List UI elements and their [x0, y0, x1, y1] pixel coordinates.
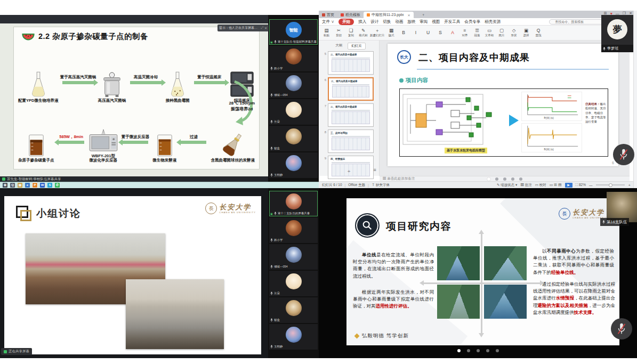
toolbar-button[interactable]: ✎格式刷: [358, 27, 369, 39]
participant-tile[interactable]: ▣ 郁金: [269, 126, 318, 151]
scrollbar[interactable]: [633, 11, 637, 188]
menu-item[interactable]: 动画: [395, 19, 403, 25]
taskbar-app-icon[interactable]: P: [33, 183, 37, 188]
participant-tile[interactable]: ▣ 玉熙静: [269, 152, 318, 178]
taskbar-app-icon[interactable]: e: [25, 183, 30, 188]
current-slide[interactable]: 长大 二、项目内容及中期成果 项目内容: [388, 44, 618, 166]
slideshow-button[interactable]: ▶: [565, 183, 573, 188]
participant-tile[interactable]: ▣ 第十二支队伍的屏幕共享: [269, 191, 318, 216]
pagination-dot[interactable]: [457, 349, 461, 352]
indicator-dot[interactable]: [487, 177, 490, 181]
toast-expand-icon[interactable]: ⤢: [261, 26, 263, 30]
slide-number: 8: [322, 130, 326, 134]
menu-item[interactable]: 设计: [370, 19, 378, 25]
participant-tile[interactable]: ▣ 倾城—054: [269, 72, 318, 98]
toolbar-button[interactable]: ▣选择: [521, 27, 532, 39]
menu-item[interactable]: 会员专享: [464, 19, 480, 25]
participant-tile[interactable]: ▣ 兰朵: [269, 99, 318, 125]
taskbar-app-icon[interactable]: Q: [10, 183, 15, 188]
document-tab[interactable]: ＋: [414, 12, 429, 18]
taskbar-app-icon[interactable]: W: [40, 183, 45, 188]
slide-thumbnail[interactable]: 二、项目内容及中期成果: [328, 103, 374, 127]
taskbar-app-icon[interactable]: ⊞: [3, 183, 7, 188]
document-tab[interactable]: 稻壳模板: [337, 12, 364, 18]
participant-tile[interactable]: ▣ 玉熙静: [269, 324, 318, 350]
zoom-out-button[interactable]: —: [589, 183, 593, 187]
toolbar-button[interactable]: ◇形状: [509, 27, 520, 39]
pagination-dot[interactable]: [477, 349, 480, 352]
toolbar-button[interactable]: Q查找: [533, 27, 544, 39]
panel-tab[interactable]: 大纲: [332, 43, 345, 50]
toast-close-icon[interactable]: ✕: [264, 26, 267, 30]
panel-tab[interactable]: 幻灯片: [348, 43, 366, 50]
proofing-toggle[interactable]: ▭ 校对: [535, 183, 546, 188]
menu-item[interactable]: 审阅: [420, 19, 428, 25]
toolbar-button[interactable]: ▤粘贴: [321, 27, 332, 39]
participant-tile[interactable]: 智能 ▣ 第十支队伍-智能材料屏幕共享: [269, 19, 318, 45]
slide-thumbnail[interactable]: 四、经费情况: [328, 156, 374, 179]
taskbar-app-icon[interactable]: ▤: [18, 183, 22, 188]
muted-mic-button[interactable]: [611, 318, 632, 339]
indicator-dot[interactable]: [511, 177, 514, 181]
toolbar-button[interactable]: ❏复制: [345, 27, 357, 39]
arrow-2: 高温灭菌冷却: [127, 75, 164, 84]
menu-item[interactable]: 视图: [432, 19, 440, 25]
participant-tile[interactable]: ▣ 政小宇: [269, 46, 318, 71]
menu-item[interactable]: 开始: [338, 19, 354, 25]
menu-item[interactable]: 稻壳资源: [485, 19, 501, 25]
zoom-in-button[interactable]: ＋: [628, 183, 632, 188]
slide-thumbnail[interactable]: 二、项目内容及中期成果: [328, 51, 374, 75]
toolbar-button[interactable]: ☰段落: [472, 27, 483, 39]
panel-menu-icon[interactable]: ≣: [373, 168, 376, 172]
taskbar-app-icon[interactable]: ✆: [55, 183, 60, 188]
zoom-slider[interactable]: [596, 184, 625, 185]
toolbar-button[interactable]: ▭文本框: [484, 27, 495, 39]
taskbar-app-icon[interactable]: S: [47, 183, 52, 188]
muted-mic-button[interactable]: [613, 144, 634, 165]
toolbar-button[interactable]: S: [435, 27, 446, 39]
slide-thumbnail[interactable]: 二、项目内容及中期成果: [328, 77, 374, 101]
participant-tile[interactable]: ▣ 兰朵: [269, 271, 318, 296]
share-status-tag[interactable]: 正在共享屏幕: [1, 348, 32, 355]
screen-share-icon: [2, 177, 5, 181]
toolbar-button[interactable]: ✂剪切: [333, 27, 344, 39]
document-tab[interactable]: 首页: [319, 12, 337, 18]
toolbar-button[interactable]: U: [423, 27, 434, 39]
menu-item[interactable]: 开发工具: [444, 19, 460, 25]
search-input[interactable]: [549, 19, 609, 25]
pagination-dot[interactable]: [496, 349, 499, 352]
missing-font-label[interactable]: Ｔ 缺失字体: [372, 183, 390, 188]
view-mode-icons[interactable]: ▭ ⊞ ▤: [550, 183, 562, 187]
toolbar-button[interactable]: ＋新建幻灯片: [370, 27, 385, 39]
zoom-percent[interactable]: ⛶ 82%: [576, 183, 586, 187]
magnifier-icon: [355, 213, 380, 238]
participant-tile[interactable]: ▣ 政小宇: [269, 217, 318, 243]
participant-tile[interactable]: ▣ 郁金: [269, 297, 318, 323]
theme-label[interactable]: Office 主题: [348, 183, 365, 188]
indicator-dot[interactable]: [495, 177, 498, 181]
toolbar-button[interactable]: A: [447, 27, 458, 39]
comments-toggle[interactable]: ☰ 批注: [520, 183, 531, 188]
meeting-toast[interactable]: 提示：他人正在共享屏幕… ⤢ ✕: [217, 25, 269, 31]
slide-thumbnail[interactable]: 三、总结与规划: [328, 130, 374, 153]
zoom-state[interactable]: ✎ 缩放状态 ▾: [497, 183, 517, 188]
menu-item[interactable]: 切换: [383, 19, 391, 25]
menu-item[interactable]: 放映: [407, 19, 415, 25]
menu-item[interactable]: 文件 ∨: [322, 19, 334, 25]
document-tab[interactable]: 中期答辩11-23.pptx: [364, 12, 414, 18]
indicator-dot[interactable]: [503, 177, 506, 181]
pagination-dot[interactable]: [486, 349, 489, 352]
toolbar-button[interactable]: ▦版式: [386, 27, 397, 39]
toolbar-button[interactable]: I: [410, 27, 422, 39]
notes-bar[interactable]: ☰ 单击此处添加备注: [380, 176, 630, 181]
pagination-dot[interactable]: [467, 349, 470, 352]
video-overlay-limengyao[interactable]: 夢 李梦瑶: [601, 15, 633, 52]
toolbar-button[interactable]: ▢图片: [496, 27, 507, 39]
svg-text:时间 (s): 时间 (s): [544, 148, 554, 151]
toolbar-button[interactable]: ≡对齐: [459, 27, 471, 39]
participant-tile[interactable]: ▣ 倾城—054: [269, 244, 318, 270]
toolbar-button[interactable]: B: [398, 27, 409, 39]
indicator-dot[interactable]: [519, 177, 522, 181]
add-slide-button[interactable]: ＋: [346, 168, 351, 175]
menu-item[interactable]: 插入: [358, 19, 366, 25]
